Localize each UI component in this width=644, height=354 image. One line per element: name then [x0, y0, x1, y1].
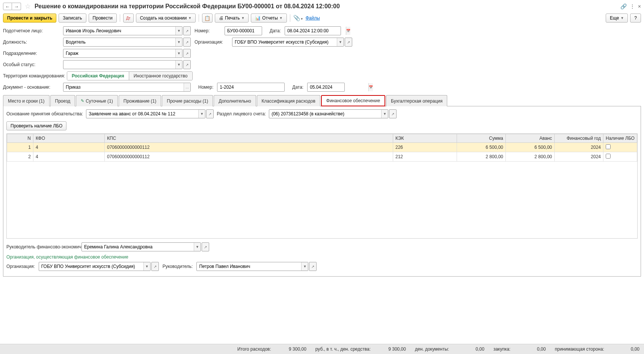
- person-label: Подотчетное лицо:: [3, 28, 59, 33]
- doc-basis-input[interactable]: …: [63, 83, 191, 92]
- tab-accounting-operation[interactable]: Бухгалтерская операция: [386, 95, 447, 106]
- col-sum: Сумма: [457, 134, 506, 143]
- finance-table[interactable]: N КФО КПС КЭК Сумма Аванс Финансовый год…: [6, 133, 638, 239]
- footer-head-open-button[interactable]: ↗: [309, 262, 317, 271]
- number-label: Номер:: [195, 28, 221, 33]
- check-lbo-button[interactable]: Проверить наличие ЛБО: [6, 121, 66, 130]
- link-icon[interactable]: 🔗: [620, 3, 627, 9]
- post-button[interactable]: Провести: [89, 14, 117, 23]
- table-row[interactable]: 24070600000000001122122 800,002 800,0020…: [7, 152, 637, 162]
- territory-rf-option[interactable]: Российская Федерация: [67, 72, 129, 80]
- fin-head-label: Руководитель финансово-экономического по…: [6, 244, 78, 250]
- files-link[interactable]: Файлы: [306, 15, 320, 21]
- separator: [120, 14, 120, 22]
- footer-org-label: Организация:: [6, 264, 35, 269]
- col-lbo: Наличие ЛБО: [603, 134, 637, 143]
- account-section-open-button[interactable]: ↗: [389, 109, 397, 118]
- nav-back-button[interactable]: ←: [3, 3, 12, 10]
- footer-head-label: Руководитель:: [163, 264, 193, 269]
- basis-date-label: Дата:: [292, 85, 303, 90]
- org-input[interactable]: ▼: [232, 38, 344, 47]
- col-kps: КПС: [105, 134, 393, 143]
- post-and-close-button[interactable]: Провести и закрыть: [3, 14, 56, 23]
- tab-financial-provision[interactable]: Финансовое обеспечение: [321, 95, 385, 106]
- status-open-button[interactable]: ↗: [183, 60, 191, 69]
- date-label: Дата:: [270, 28, 281, 33]
- footer-org-open-button[interactable]: ↗: [151, 262, 159, 271]
- col-year: Финансовый год: [555, 134, 603, 143]
- footer-org-input[interactable]: ▼: [39, 262, 151, 271]
- col-kek: КЭК: [393, 134, 457, 143]
- lbo-checkbox[interactable]: [606, 154, 611, 159]
- menu-dots-icon[interactable]: ⋮: [630, 3, 635, 9]
- territory-label: Территория командирования:: [3, 73, 63, 79]
- tab-expense-classification[interactable]: Классификация расходов: [257, 95, 320, 106]
- account-section-label: Раздел лицевого счета:: [217, 111, 266, 116]
- close-icon[interactable]: ×: [638, 3, 641, 9]
- status-label: Особый статус:: [3, 62, 59, 67]
- save-button[interactable]: Записать: [59, 14, 86, 23]
- basis-number-label: Номер:: [198, 85, 213, 90]
- fin-head-input[interactable]: ▼: [81, 242, 201, 251]
- position-input[interactable]: ▼: [63, 38, 182, 47]
- basis-number-input[interactable]: [217, 83, 285, 92]
- org-section-heading: Организация, осуществляющая финансовое о…: [6, 254, 638, 260]
- dept-label: Подразделение:: [3, 51, 59, 56]
- dept-input[interactable]: ▼: [63, 49, 182, 58]
- table-row[interactable]: 14070600000000001122266 500,006 500,0020…: [7, 143, 637, 152]
- tab-other-expenses[interactable]: Прочие расходы (1): [162, 95, 213, 106]
- nav-forward-button[interactable]: →: [12, 3, 21, 10]
- print-button[interactable]: 🖨 Печать▼: [215, 14, 249, 23]
- lbo-checkbox[interactable]: [606, 144, 611, 149]
- separator: [290, 14, 290, 22]
- obligation-basis-input[interactable]: ▼: [86, 109, 205, 118]
- status-input[interactable]: ▼: [63, 60, 182, 69]
- org-open-button[interactable]: ↗: [345, 38, 352, 47]
- obligation-basis-label: Основание принятия обязательства:: [6, 111, 83, 116]
- reports-button[interactable]: 📊 Отчеты▼: [251, 14, 287, 23]
- col-n: N: [7, 134, 33, 143]
- pencil-icon: ✎: [81, 98, 84, 103]
- position-label: Должность:: [3, 39, 59, 45]
- attachment-icon[interactable]: 📎▼: [293, 15, 303, 21]
- doc-basis-label: Документ - основание:: [3, 85, 59, 90]
- person-input[interactable]: ▼: [63, 26, 182, 35]
- date-input[interactable]: 📅: [285, 26, 341, 35]
- number-input[interactable]: [225, 26, 262, 35]
- col-advance: Аванс: [506, 134, 555, 143]
- territory-foreign-option[interactable]: Иностранное государство: [129, 72, 192, 80]
- fin-head-open-button[interactable]: ↗: [202, 242, 209, 251]
- basis-date-input[interactable]: 📅: [307, 83, 345, 92]
- col-kfo: КФО: [33, 134, 105, 143]
- tab-place-dates[interactable]: Место и сроки (1): [3, 95, 50, 106]
- more-button[interactable]: Еще▼: [606, 14, 628, 23]
- dept-open-button[interactable]: ↗: [183, 49, 191, 58]
- debit-credit-icon[interactable]: Дт: [123, 14, 134, 23]
- tab-per-diem[interactable]: ✎Суточные (1): [76, 95, 118, 106]
- tab-additional[interactable]: Дополнительно: [214, 95, 256, 106]
- help-button[interactable]: ?: [630, 14, 641, 23]
- position-open-button[interactable]: ↗: [183, 38, 191, 47]
- account-section-input[interactable]: ▼: [269, 109, 388, 118]
- territory-toggle[interactable]: Российская Федерация Иностранное государ…: [67, 71, 193, 80]
- tab-travel[interactable]: Проезд: [50, 95, 75, 106]
- tab-accommodation[interactable]: Проживание (1): [119, 95, 161, 106]
- obligation-basis-open-button[interactable]: ↗: [206, 109, 214, 118]
- favorite-star-icon[interactable]: ☆: [25, 2, 31, 11]
- person-open-button[interactable]: ↗: [183, 26, 191, 35]
- separator: [199, 14, 199, 22]
- create-based-button[interactable]: Создать на основании▼: [136, 14, 196, 23]
- org-label: Организация:: [195, 39, 228, 45]
- template-icon[interactable]: 📋: [202, 14, 213, 23]
- page-title: Решение о командировании на территории Р…: [35, 3, 618, 10]
- footer-head-input[interactable]: ▼: [196, 262, 308, 271]
